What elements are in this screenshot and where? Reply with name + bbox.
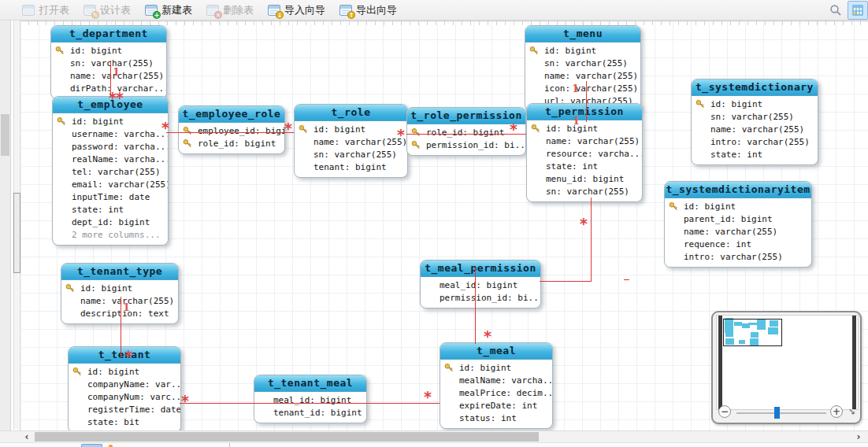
table-t_department[interactable]: t_departmentid: bigintsn: varchar(255)na… [50, 25, 167, 99]
table-t_tenant_type[interactable]: t_tenant_typeid: bigintname: varchar(255… [61, 263, 179, 324]
table-title[interactable]: t_department [51, 26, 166, 42]
field-text: id: bigint [684, 201, 736, 212]
table-t_tenant_meal[interactable]: t_tenant_mealmeal_id: biginttenant_id: b… [254, 375, 367, 423]
field-row: mealPrice: decim... [440, 387, 552, 400]
toolbar-button-label: 打开表 [39, 3, 69, 17]
new-table-button[interactable]: +新建表 [143, 2, 194, 19]
badge-icon: ↑ [347, 11, 355, 19]
grid-view-toggle-icon[interactable] [848, 1, 868, 20]
table-fields: meal_id: biginttenant_id: bigint [254, 392, 366, 423]
field-row: role_id: bigint [407, 127, 525, 139]
table-t_menu[interactable]: t_menuid: bigintsn: varchar(255)name: va… [525, 25, 641, 112]
vertical-scrollbar[interactable] [13, 20, 20, 430]
diagram-canvas[interactable]: t_departmentid: bigintsn: varchar(255)na… [0, 20, 868, 430]
zoom-in-button[interactable]: + [830, 405, 843, 418]
vertical-scrollbar-thumb[interactable] [13, 193, 20, 273]
field-text: permission_id: bi... [426, 140, 525, 150]
field-text: state: bit [87, 417, 139, 427]
field-row: id: bigint [51, 45, 166, 57]
table-title[interactable]: t_tenant_type [61, 264, 178, 280]
minimap-viewport[interactable] [723, 319, 782, 346]
table-title[interactable]: t_systemdictionaryitem [665, 182, 811, 198]
export-wizard-button-icon: ↑ [339, 5, 352, 16]
relation-line [624, 279, 629, 280]
minimap-canvas[interactable] [716, 315, 859, 410]
delete-table-button-icon: ✕ [206, 5, 219, 16]
field-text: password: varcha... [72, 142, 168, 152]
field-row: permission_id: bi... [421, 292, 540, 305]
table-t_employee[interactable]: t_employeeid: bigintusername: varcha...p… [52, 96, 169, 246]
cardinality-label: * [510, 124, 517, 134]
badge-icon: + [153, 11, 161, 19]
open-table-button[interactable]: 打开表 [20, 2, 71, 19]
table-t_systemdictionary[interactable]: t_systemdictionaryid: bigintsn: varchar(… [691, 79, 818, 165]
toolbar-button-label: 删除表 [223, 3, 254, 17]
cardinality-label: * [397, 130, 405, 139]
resize-handle-icon[interactable]: ↘ [848, 407, 855, 417]
table-t_role_permission[interactable]: t_role_permissionrole_id: bigintpermissi… [406, 107, 526, 156]
table-t_meal_permission[interactable]: t_meal_permissionmeal_id: bigintpermissi… [420, 260, 541, 308]
table-title[interactable]: t_menu [525, 26, 640, 42]
cardinality-label: * [284, 124, 292, 133]
primary-key-icon [57, 116, 67, 127]
table-title[interactable]: t_meal [440, 343, 552, 360]
import-wizard-button[interactable]: ↓导入向导 [266, 2, 327, 19]
horizontal-scrollbar[interactable]: ‹ › [0, 430, 868, 442]
table-t_systemdictionaryitem[interactable]: t_systemdictionaryitemid: bigintparent_i… [664, 181, 812, 268]
outer-vertical-scrollbar-thumb[interactable] [1, 114, 9, 156]
field-text: username: varcha... [72, 129, 168, 139]
primary-key-icon [183, 139, 193, 149]
table-fields: id: bigintusername: varcha...password: v… [53, 113, 168, 245]
table-title[interactable]: t_systemdictionary [692, 79, 818, 96]
minimap-edge-bar [718, 316, 722, 409]
field-row: meal_id: bigint [421, 279, 540, 292]
field-text: id: bigint [87, 367, 139, 377]
field-text: name: varchar(255) [544, 71, 638, 81]
table-title[interactable]: t_permission [527, 104, 642, 120]
field-text: status: int [459, 413, 517, 423]
primary-key-icon [183, 126, 193, 136]
table-title[interactable]: t_tenant_meal [254, 375, 366, 392]
relation-line [121, 297, 121, 358]
primary-key-icon [529, 46, 540, 56]
export-wizard-button[interactable]: ↑导出向导 [338, 2, 399, 19]
table-title[interactable]: t_employee_role [179, 106, 284, 123]
field-text: name: varchar(255) [684, 227, 777, 237]
search-icon[interactable] [827, 2, 844, 19]
scroll-left-arrow-icon[interactable]: ‹ [20, 431, 33, 442]
field-row: id: bigint [69, 366, 180, 379]
scroll-right-arrow-icon[interactable]: › [852, 431, 865, 442]
outer-vertical-scrollbar[interactable] [0, 20, 11, 447]
zoom-out-button[interactable]: − [718, 405, 731, 418]
table-fields: id: bigintsn: varchar(255)name: varchar(… [525, 42, 640, 111]
field-text: tenant_id: bigint [273, 408, 362, 418]
field-row: name: varchar(255) [665, 226, 811, 238]
field-text: menu_id: bigint [546, 174, 624, 184]
table-title[interactable]: t_role_permission [407, 108, 525, 124]
zoom-slider-track[interactable] [736, 412, 826, 414]
zoom-slider-thumb[interactable] [774, 407, 780, 419]
field-text: meal_id: bigint [440, 280, 517, 290]
field-row: dept_id: bigint [53, 216, 168, 229]
field-text: tenant: bigint [313, 162, 387, 172]
field-text: email: varchar(255) [72, 179, 168, 190]
design-table-button[interactable]: ✎设计表 [82, 2, 132, 19]
field-row: sn: varchar(255) [692, 111, 818, 124]
table-t_role[interactable]: t_roleid: bigintname: varchar(255)sn: va… [294, 104, 408, 178]
horizontal-scrollbar-thumb[interactable] [35, 432, 539, 441]
field-row: sn: varchar(255) [525, 57, 640, 70]
table-t_permission[interactable]: t_permissionid: bigintname: varchar(255)… [526, 103, 643, 202]
field-row: name: varchar(255) [692, 124, 818, 136]
field-text: state: int [546, 161, 598, 172]
delete-table-button[interactable]: ✕删除表 [205, 2, 255, 19]
table-t_employee_role[interactable]: t_employee_roleemployee_id: bigintrole_i… [178, 105, 285, 154]
toolbar-right [827, 0, 868, 20]
field-text: sn: varchar(255) [710, 112, 794, 122]
field-text: sn: varchar(255) [544, 58, 628, 68]
field-row: intro: varchar(255) [665, 251, 811, 264]
table-title[interactable]: t_meal_permission [421, 260, 540, 277]
field-row: status: int [440, 412, 552, 425]
table-title[interactable]: t_role [295, 105, 407, 121]
table-t_meal[interactable]: t_mealid: bigintmealName: varcha...mealP… [440, 342, 553, 429]
bottom-tab-fragment[interactable] [81, 444, 102, 447]
